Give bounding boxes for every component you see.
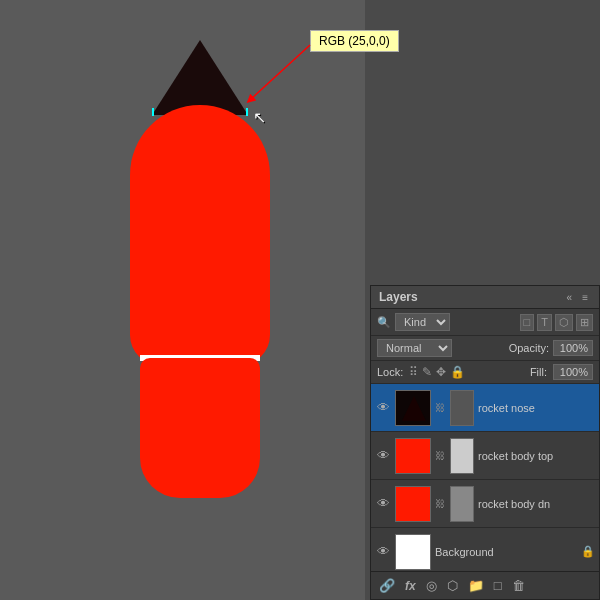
layers-toolbar: 🔗 fx ◎ ⬡ 📁 □ 🗑 [371,571,599,599]
layer-row-rocket-nose[interactable]: 👁 ⛓ rocket nose [371,384,599,432]
kind-filter-row: 🔍 Kind □ T ⬡ ⊞ [371,309,599,336]
lock-all-icon[interactable]: 🔒 [450,365,465,379]
lock-fill-row: Lock: ⠿ ✎ ✥ 🔒 Fill: [371,361,599,384]
rocket-body-bottom-shape [140,358,260,498]
layer-thumb-rocket-body-dn [395,486,431,522]
layers-list: 👁 ⛓ rocket nose 👁 ⛓ rocket body top 👁 [371,384,599,571]
rocket-nose-triangle [152,40,248,115]
delete-layer-icon[interactable]: 🗑 [510,576,527,595]
rocket-nose-layer [152,40,248,115]
lock-artboard-icon[interactable]: ✥ [436,365,446,379]
eye-icon-rocket-nose[interactable]: 👁 [375,400,391,415]
layer-row-rocket-body-top[interactable]: 👁 ⛓ rocket body top [371,432,599,480]
chain-icon-rocket-body-dn: ⛓ [435,498,445,509]
rocket-shape [130,40,270,520]
layer-name-rocket-body-dn: rocket body dn [478,498,595,510]
add-adjustment-icon[interactable]: ⬡ [445,576,460,595]
tooltip-text: RGB (25,0,0) [319,34,390,48]
mask-thumb-rocket-body-dn [450,486,474,522]
nose-accent-left [152,108,154,116]
filter-smart-icon[interactable]: ⊞ [576,314,593,331]
chain-icon-rocket-body-top: ⛓ [435,450,445,461]
mask-thumb-rocket-body-top [450,438,474,474]
panel-menu-button[interactable]: ≡ [579,291,591,304]
eye-icon-background[interactable]: 👁 [375,544,391,559]
new-layer-icon[interactable]: □ [492,576,504,595]
layers-panel-header: Layers « ≡ [371,286,599,309]
lock-label: Lock: [377,366,403,378]
mask-thumb-rocket-nose [450,390,474,426]
background-lock-icon: 🔒 [581,545,595,558]
layer-thumb-background [395,534,431,570]
blend-opacity-row: Normal Opacity: [371,336,599,361]
fill-input[interactable] [553,364,593,380]
layer-row-rocket-body-dn[interactable]: 👁 ⛓ rocket body dn [371,480,599,528]
blend-mode-select[interactable]: Normal [377,339,452,357]
opacity-input[interactable] [553,340,593,356]
search-icon: 🔍 [377,316,391,329]
panel-collapse-button[interactable]: « [564,291,576,304]
canvas-area: RGB (25,0,0) ↖ [0,0,365,600]
fill-label: Fill: [530,366,547,378]
filter-shape-icon[interactable]: ⬡ [555,314,573,331]
eye-icon-rocket-body-dn[interactable]: 👁 [375,496,391,511]
rgb-tooltip: RGB (25,0,0) [310,30,399,52]
nose-accent-right [246,108,248,116]
panel-controls: « ≡ [564,291,591,304]
filter-text-icon[interactable]: T [537,314,552,331]
fx-icon[interactable]: fx [403,577,418,595]
link-layers-icon[interactable]: 🔗 [377,576,397,595]
filter-pixel-icon[interactable]: □ [520,314,535,331]
layer-thumb-rocket-nose [395,390,431,426]
layer-thumb-rocket-body-top [395,438,431,474]
layer-name-rocket-body-top: rocket body top [478,450,595,462]
layers-panel: Layers « ≡ 🔍 Kind □ T ⬡ ⊞ Normal Opacity… [370,285,600,600]
layer-name-rocket-nose: rocket nose [478,402,595,414]
kind-filter-icons: □ T ⬡ ⊞ [520,314,593,331]
chain-icon-rocket-nose: ⛓ [435,402,445,413]
eye-icon-rocket-body-top[interactable]: 👁 [375,448,391,463]
lock-icons: ⠿ ✎ ✥ 🔒 [409,365,465,379]
add-mask-icon[interactable]: ◎ [424,576,439,595]
rocket-body-top-shape [130,105,270,365]
layers-panel-title: Layers [379,290,418,304]
add-folder-icon[interactable]: 📁 [466,576,486,595]
lock-pixels-icon[interactable]: ⠿ [409,365,418,379]
layer-name-background: Background [435,546,577,558]
opacity-label: Opacity: [509,342,549,354]
kind-select[interactable]: Kind [395,313,450,331]
lock-position-icon[interactable]: ✎ [422,365,432,379]
layer-row-background[interactable]: 👁 Background 🔒 [371,528,599,571]
